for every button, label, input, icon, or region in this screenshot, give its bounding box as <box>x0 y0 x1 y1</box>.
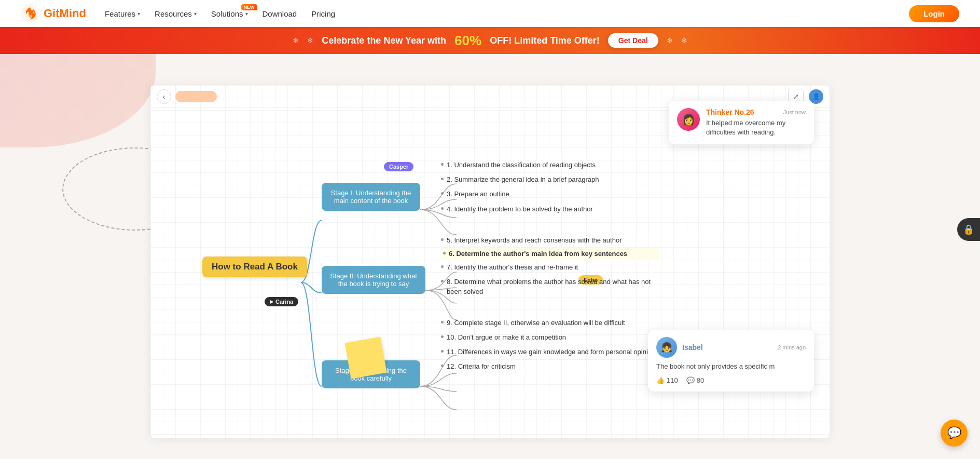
thinker-notification-card: 👩 Thinker No.26 Just now It helped me ov… <box>669 101 814 144</box>
user-tag-carina: Carina <box>265 297 298 306</box>
list-dot-5 <box>441 238 444 241</box>
banner-highlight: 60% <box>454 33 481 49</box>
list-dot-6 <box>443 252 446 254</box>
list-dot-12 <box>441 365 444 367</box>
nav-label-download: Download <box>263 9 297 18</box>
list-text-3: 3. Prepare an outline <box>447 190 509 199</box>
thinker-avatar: 👩 <box>677 108 700 131</box>
stage1-node[interactable]: Stage I: Understanding the main content … <box>322 183 420 211</box>
isabel-header: 👧 Isabel 2 mins ago <box>656 337 806 358</box>
logo-text: GitMind <box>44 7 86 20</box>
list-text-5: 5. Interpret keywords and reach consensu… <box>447 236 622 245</box>
isabel-message: The book not only provides a specific m <box>656 362 806 371</box>
list-text-8: 8. Determine what problems the author ha… <box>447 277 659 296</box>
list-dot-8 <box>441 280 444 282</box>
comments-count: 80 <box>697 376 704 384</box>
isabel-time: 2 mins ago <box>778 344 806 350</box>
thinker-info: Thinker No.26 Just now It helped me over… <box>706 108 806 137</box>
nav-label-solutions: Solutions <box>211 9 243 18</box>
snowflake-icon-3: ❄ <box>667 36 673 45</box>
banner-text-before: Celebrate the New Year with <box>322 35 446 46</box>
list-group-3: 9. Complete stage II, otherwise an evalu… <box>441 316 659 374</box>
list-text-10: 10. Don't argue or make it a competition <box>447 333 566 342</box>
list-dot-9 <box>441 321 444 323</box>
list-item-2: 2. Summarize the general idea in a brief… <box>441 172 659 187</box>
list-dot-2 <box>441 178 444 180</box>
isabel-likes: 👍 110 <box>656 376 678 384</box>
resources-arrow-icon: ▾ <box>194 11 197 17</box>
navbar-left: GitMind Features ▾ Resources ▾ Solutions… <box>21 4 335 23</box>
lock-icon: 🔒 <box>963 224 974 235</box>
login-button[interactable]: Login <box>909 5 959 22</box>
snowflake-icon-2: ❄ <box>307 36 313 45</box>
new-badge: NEW <box>241 4 257 10</box>
logo-icon <box>21 4 39 23</box>
thinker-message: It helped me overcome my difficulties wi… <box>706 118 806 137</box>
isabel-comments: 💬 80 <box>686 376 704 384</box>
list-dot-4 <box>441 207 444 210</box>
list-item-6: 6. Determine the author's main idea from… <box>441 248 659 260</box>
bg-decoration <box>0 54 156 147</box>
list-item-1: 1. Understand the classification of read… <box>441 158 659 172</box>
user-tag-casper: Casper <box>384 162 413 171</box>
features-arrow-icon: ▾ <box>137 11 140 17</box>
list-item-7: 7. Identify the author's thesis and re-f… <box>441 260 659 275</box>
list-item-11: 11. Differences in ways we gain knowledg… <box>441 345 659 359</box>
nav-item-download[interactable]: Download <box>263 9 297 18</box>
main-content: ‹ ⤢ 👤 <box>0 54 980 459</box>
list-dot-10 <box>441 335 444 338</box>
list-item-8: 8. Determine what problems the author ha… <box>441 275 659 299</box>
nav-label-pricing: Pricing <box>311 9 335 18</box>
snowflake-icon-1: ❄ <box>293 36 299 45</box>
nav-item-solutions[interactable]: Solutions ▾ NEW <box>211 9 248 18</box>
nav-label-resources: Resources <box>155 9 192 18</box>
chat-icon: 💬 <box>947 426 961 440</box>
list-text-1: 1. Understand the classification of read… <box>447 160 596 170</box>
snowflake-icon-4: ❄ <box>681 36 687 45</box>
list-text-6: 6. Determine the author's main idea from… <box>449 249 627 259</box>
solutions-arrow-icon: ▾ <box>245 11 248 17</box>
logo[interactable]: GitMind <box>21 4 86 23</box>
list-item-12: 12. Criteria for criticism <box>441 359 659 374</box>
banner-text-after: OFF! Limited Time Offer! <box>490 35 600 46</box>
list-item-4: 4. Identify the problem to be solved by … <box>441 202 659 217</box>
toolbar-breadcrumb <box>175 91 217 102</box>
promo-banner: ❄ ❄ Celebrate the New Year with 60% OFF!… <box>0 27 980 54</box>
list-text-4: 4. Identify the problem to be solved by … <box>447 205 593 214</box>
nav-item-features[interactable]: Features ▾ <box>105 9 140 18</box>
list-group-2: 5. Interpret keywords and reach consensu… <box>441 233 659 299</box>
list-text-9: 9. Complete stage II, otherwise an evalu… <box>447 318 625 328</box>
navbar: GitMind Features ▾ Resources ▾ Solutions… <box>0 0 980 27</box>
thinker-name: Thinker No.26 <box>706 108 754 116</box>
list-text-2: 2. Summarize the general idea in a brief… <box>447 175 599 184</box>
nav-item-resources[interactable]: Resources ▾ <box>155 9 197 18</box>
list-dot-1 <box>441 163 444 166</box>
get-deal-button[interactable]: Get Deal <box>608 33 658 48</box>
chat-button[interactable]: 💬 <box>941 420 968 447</box>
nav-items: Features ▾ Resources ▾ Solutions ▾ NEW D… <box>105 9 335 18</box>
isabel-avatar: 👧 <box>656 337 677 358</box>
list-item-9: 9. Complete stage II, otherwise an evalu… <box>441 316 659 330</box>
thumbs-up-icon: 👍 <box>656 376 665 384</box>
thinker-header: Thinker No.26 Just now <box>706 108 806 116</box>
comment-icon: 💬 <box>686 376 695 384</box>
list-item-10: 10. Don't argue or make it a competition <box>441 330 659 345</box>
list-text-12: 12. Criteria for criticism <box>447 362 516 371</box>
list-item-5: 5. Interpret keywords and reach consensu… <box>441 233 659 248</box>
list-dot-3 <box>441 192 444 195</box>
stage2-node[interactable]: Stage II: Understanding what the book is… <box>322 266 425 294</box>
list-dot-11 <box>441 350 444 353</box>
mindmap-canvas: ‹ ⤢ 👤 <box>150 85 830 438</box>
isabel-notification-card: 👧 Isabel 2 mins ago The book not only pr… <box>648 330 814 392</box>
back-button[interactable]: ‹ <box>157 89 171 104</box>
list-text-11: 11. Differences in ways we gain knowledg… <box>447 347 659 357</box>
isabel-name: Isabel <box>682 343 703 352</box>
lock-sidebar-button[interactable]: 🔒 <box>957 218 980 241</box>
nav-item-pricing[interactable]: Pricing <box>311 9 335 18</box>
root-node[interactable]: How to Read A Book <box>202 256 307 277</box>
list-items-container: 1. Understand the classification of read… <box>441 158 659 374</box>
list-dot-7 <box>441 265 444 268</box>
isabel-footer: 👍 110 💬 80 <box>656 376 806 384</box>
list-item-3: 3. Prepare an outline <box>441 187 659 201</box>
list-text-7: 7. Identify the author's thesis and re-f… <box>447 263 578 272</box>
